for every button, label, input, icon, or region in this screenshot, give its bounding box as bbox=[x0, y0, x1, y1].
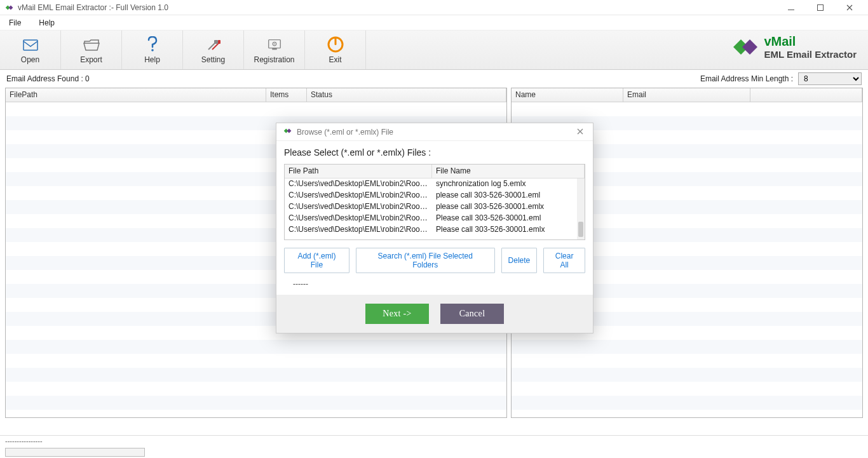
dialog-file-row[interactable]: C:\Users\ved\Desktop\EML\robin2\Root-Ma.… bbox=[285, 213, 585, 224]
toolbar: Open Export Help Setting Registration Ex… bbox=[0, 30, 868, 70]
toolbar-setting-button[interactable]: Setting bbox=[183, 30, 244, 69]
col-items[interactable]: Items bbox=[266, 88, 307, 102]
dialog-row-name: Please call 303-526-30001.eml bbox=[432, 213, 585, 224]
menu-file[interactable]: File bbox=[5, 17, 25, 29]
svg-rect-0 bbox=[788, 10, 794, 10]
toolbar-open-label: Open bbox=[21, 55, 39, 64]
statusbar: ---------------- bbox=[0, 435, 868, 458]
dialog-row-name: please call 303-526-30001.eml bbox=[432, 190, 585, 201]
window-minimize-button[interactable] bbox=[776, 0, 806, 15]
app-window: vMail EML Email Extractor :- Full Versio… bbox=[0, 0, 868, 458]
svg-rect-7 bbox=[272, 48, 276, 50]
col-status[interactable]: Status bbox=[307, 88, 506, 102]
brand-name: vMail bbox=[764, 34, 857, 49]
email-found-label: Email Address Found : 0 bbox=[6, 74, 694, 83]
registration-icon bbox=[266, 36, 283, 53]
search-folders-button[interactable]: Search (*.eml) File Selected Folders bbox=[356, 248, 495, 273]
svg-rect-2 bbox=[24, 40, 37, 50]
col-email[interactable]: Email bbox=[623, 88, 750, 102]
toolbar-registration-label: Registration bbox=[254, 55, 294, 64]
minlen-label: Email Address Min Length : bbox=[700, 74, 793, 83]
dialog-file-grid[interactable]: File Path File Name C:\Users\ved\Desktop… bbox=[284, 164, 585, 240]
toolbar-help-label: Help bbox=[144, 55, 160, 64]
brand-logo-icon bbox=[732, 34, 757, 60]
svg-point-3 bbox=[151, 49, 154, 51]
browse-dialog: Browse (*.eml or *.emlx) File Please Sel… bbox=[276, 123, 593, 333]
clear-all-button[interactable]: Clear All bbox=[543, 248, 585, 273]
menu-help[interactable]: Help bbox=[35, 17, 58, 29]
dialog-file-row[interactable]: C:\Users\ved\Desktop\EML\robin2\Root-Ma.… bbox=[285, 190, 585, 201]
dialog-scrollbar[interactable] bbox=[577, 178, 585, 239]
help-icon bbox=[144, 36, 161, 53]
toolbar-registration-button[interactable]: Registration bbox=[244, 30, 305, 69]
export-icon bbox=[83, 36, 100, 53]
next-button[interactable]: Next -> bbox=[365, 304, 429, 324]
col-filepath[interactable]: FilePath bbox=[6, 88, 266, 102]
open-icon bbox=[22, 36, 39, 53]
toolbar-help-button[interactable]: Help bbox=[122, 30, 183, 69]
setting-icon bbox=[205, 36, 222, 53]
app-logo-icon bbox=[4, 3, 14, 13]
dialog-title: Browse (*.eml or *.emlx) File bbox=[297, 128, 393, 137]
dialog-status: ------ bbox=[284, 277, 585, 295]
toolbar-export-label: Export bbox=[80, 55, 102, 64]
delete-button[interactable]: Delete bbox=[501, 248, 538, 273]
toolbar-exit-button[interactable]: Exit bbox=[305, 30, 366, 69]
toolbar-open-button[interactable]: Open bbox=[0, 30, 61, 69]
exit-icon bbox=[327, 36, 344, 53]
status-text: ---------------- bbox=[5, 437, 863, 445]
window-close-button[interactable] bbox=[835, 0, 864, 15]
dialog-row-name: synchronization log 5.emlx bbox=[432, 178, 585, 190]
titlebar: vMail EML Email Extractor :- Full Versio… bbox=[0, 0, 868, 15]
minlen-select[interactable]: 8 bbox=[798, 72, 862, 85]
svg-rect-4 bbox=[214, 40, 218, 44]
dialog-row-path: C:\Users\ved\Desktop\EML\robin2\Root-Ma.… bbox=[285, 213, 432, 224]
toolbar-export-button[interactable]: Export bbox=[61, 30, 122, 69]
dialog-file-row[interactable]: C:\Users\ved\Desktop\EML\robin2\Root-Ma.… bbox=[285, 201, 585, 213]
dialog-file-row[interactable]: C:\Users\ved\Desktop\EML\robin2\Root-Ma.… bbox=[285, 224, 585, 236]
window-maximize-button[interactable] bbox=[806, 0, 835, 15]
add-eml-button[interactable]: Add (*.eml) File bbox=[284, 248, 349, 273]
dialog-row-path: C:\Users\ved\Desktop\EML\robin2\Root-Ma.… bbox=[285, 190, 432, 201]
dialog-row-path: C:\Users\ved\Desktop\EML\robin2\Root-Ma.… bbox=[285, 224, 432, 236]
col-spare[interactable] bbox=[750, 88, 862, 102]
cancel-button[interactable]: Cancel bbox=[440, 304, 504, 324]
dialog-close-button[interactable] bbox=[574, 127, 587, 137]
window-title: vMail EML Email Extractor :- Full Versio… bbox=[18, 3, 168, 12]
svg-rect-5 bbox=[218, 40, 220, 44]
brand-sub: EML Email Extractor bbox=[764, 49, 857, 60]
svg-rect-11 bbox=[334, 37, 336, 45]
svg-rect-1 bbox=[818, 4, 824, 10]
dialog-file-row[interactable]: C:\Users\ved\Desktop\EML\robin2\Root-Ma.… bbox=[285, 178, 585, 190]
brand: vMail EML Email Extractor bbox=[732, 34, 857, 60]
dialog-row-path: C:\Users\ved\Desktop\EML\robin2\Root-Ma.… bbox=[285, 201, 432, 213]
progress-bar bbox=[5, 448, 145, 457]
col-name[interactable]: Name bbox=[512, 88, 623, 102]
dialog-titlebar: Browse (*.eml or *.emlx) File bbox=[276, 123, 593, 141]
dialog-row-path: C:\Users\ved\Desktop\EML\robin2\Root-Ma.… bbox=[285, 178, 432, 190]
dialog-heading: Please Select (*.eml or *.emlx) Files : bbox=[284, 147, 585, 158]
info-row: Email Address Found : 0 Email Address Mi… bbox=[0, 70, 868, 88]
toolbar-exit-label: Exit bbox=[329, 55, 341, 64]
toolbar-setting-label: Setting bbox=[201, 55, 225, 64]
dialog-logo-icon bbox=[283, 126, 292, 137]
svg-point-9 bbox=[274, 43, 275, 44]
menubar: File Help bbox=[0, 15, 868, 30]
dialog-row-name: please call 303-526-30001.emlx bbox=[432, 201, 585, 213]
dialog-col-filepath[interactable]: File Path bbox=[285, 165, 432, 178]
dialog-col-filename[interactable]: File Name bbox=[432, 165, 585, 178]
dialog-row-name: Please call 303-526-30001.emlx bbox=[432, 224, 585, 236]
